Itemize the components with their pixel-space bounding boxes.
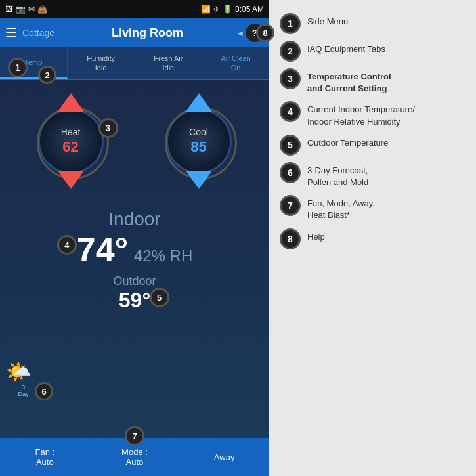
legend-badge-3: 3: [280, 68, 301, 89]
legend-item-6: 6 3-Day Forecast,Pollen and Mold: [280, 162, 465, 188]
badge-5: 5: [150, 288, 169, 307]
legend-text-4: Current Indoor Temperature/Indoor Relati…: [307, 101, 415, 127]
bag-icon: 👜: [37, 5, 47, 14]
battery-icon: 🔋: [223, 5, 232, 14]
badge-2: 2: [38, 66, 56, 84]
legend-item-1: 1 Side Menu: [280, 13, 465, 34]
wifi-icon: 📶: [201, 5, 211, 14]
forecast-button[interactable]: 6 🌤️ 3Day: [5, 359, 41, 395]
weather-icon: 🌤️: [5, 359, 41, 384]
badge-6: 6: [35, 382, 53, 400]
cool-dial: Cool 85: [166, 108, 232, 174]
heat-down-arrow[interactable]: [58, 171, 84, 189]
legend-badge-4: 4: [280, 101, 301, 122]
legend-item-2: 2 IAQ Equipment Tabs: [280, 41, 465, 62]
badge-7: 7: [125, 426, 144, 446]
room-title: Living Room: [57, 26, 238, 40]
legend-text-1: Side Menu: [307, 13, 348, 28]
legend-badge-8: 8: [280, 228, 301, 249]
status-bar-left-icons: 🖼 📷 ✉ 👜: [5, 5, 47, 14]
tab-fresh-air[interactable]: Fresh AirIdle: [135, 47, 203, 79]
legend-badge-2: 2: [280, 41, 301, 62]
heat-control: Heat 62 3: [38, 93, 104, 189]
legend-badge-5: 5: [280, 135, 301, 156]
legend-text-6: 3-Day Forecast,Pollen and Mold: [307, 162, 368, 188]
legend-item-3: 3 Temperature Controland Current Setting: [280, 68, 465, 95]
mode-label: Mode :: [121, 447, 148, 457]
status-bar-right-icons: 📶 ✈ 🔋 8:05 AM: [201, 5, 264, 14]
cottage-label: Cottage: [22, 28, 54, 38]
heat-up-arrow[interactable]: [58, 93, 84, 112]
clock: 8:05 AM: [235, 5, 264, 14]
legend-text-3: Temperature Controland Current Setting: [307, 68, 391, 95]
nav-bar: 1 ☰ Cottage Living Room ◀ ? 8: [0, 18, 269, 47]
indoor-humidity: 42% RH: [134, 247, 192, 265]
airplane-icon: ✈: [213, 5, 220, 14]
away-button[interactable]: Away: [198, 452, 251, 462]
badge-4: 4: [57, 235, 77, 255]
signal-icon: ◀: [238, 30, 243, 37]
outdoor-label: Outdoor: [113, 274, 156, 288]
outdoor-section: 5 Outdoor 59°: [113, 274, 156, 313]
legend-badge-6: 6: [280, 162, 301, 183]
legend-text-2: IAQ Equipment Tabs: [307, 41, 385, 55]
main-content: Heat 62 3 Cool 85 4 Ind: [0, 80, 269, 438]
legend-panel: 1 Side Menu 2 IAQ Equipment Tabs 3 Tempe…: [269, 0, 476, 476]
legend-item-8: 8 Help: [280, 228, 465, 249]
fan-control[interactable]: Fan : Auto: [18, 447, 71, 467]
iaq-tabs: 2 Temp HumidityIdle Fresh AirIdle Air Cl…: [0, 47, 269, 80]
legend-item-5: 5 Outdoor Temperature: [280, 135, 465, 156]
away-label: Away: [214, 452, 235, 462]
heat-dial-ring: [37, 107, 109, 179]
tab-air-clean[interactable]: Air CleanOn: [202, 47, 269, 79]
hamburger-menu-icon[interactable]: ☰: [5, 25, 17, 41]
cool-dial-ring: [165, 107, 237, 179]
cool-down-arrow[interactable]: [186, 171, 212, 189]
notification-icon: 🖼: [5, 5, 13, 14]
phone-screen: 🖼 📷 ✉ 👜 📶 ✈ 🔋 8:05 AM 1 ☰ Cottage Living…: [0, 0, 269, 476]
fan-value: Auto: [36, 457, 54, 467]
legend-item-7: 7 Fan, Mode, Away,Heat Blast*: [280, 195, 465, 221]
mode-value: Auto: [126, 457, 144, 467]
badge-8: 8: [256, 24, 274, 42]
legend-badge-7: 7: [280, 195, 301, 216]
fan-label: Fan :: [35, 447, 55, 457]
indoor-temp: 74°: [77, 230, 129, 269]
thermostat-row: Heat 62 3 Cool 85: [7, 93, 263, 189]
badge-1: 1: [8, 58, 28, 77]
legend-text-7: Fan, Mode, Away,Heat Blast*: [307, 195, 375, 221]
badge-3: 3: [98, 118, 118, 138]
indoor-label: Indoor: [77, 209, 192, 230]
cool-up-arrow[interactable]: [186, 93, 212, 112]
legend-text-5: Outdoor Temperature: [307, 135, 388, 149]
bottom-bar: 7 Fan : Auto Mode : Auto Away: [0, 438, 269, 476]
indoor-section: 4 Indoor 74° 42% RH: [77, 209, 192, 269]
legend-item-4: 4 Current Indoor Temperature/Indoor Rela…: [280, 101, 465, 127]
mail-icon: ✉: [28, 5, 35, 14]
tab-humidity[interactable]: HumidityIdle: [68, 47, 135, 79]
cool-control: Cool 85: [166, 93, 232, 189]
mode-control[interactable]: Mode : Auto: [108, 447, 161, 467]
status-bar: 🖼 📷 ✉ 👜 📶 ✈ 🔋 8:05 AM: [0, 0, 269, 18]
camera-icon: 📷: [16, 5, 26, 14]
legend-badge-1: 1: [280, 13, 301, 34]
heat-dial: Heat 62: [38, 108, 104, 174]
indoor-reading: 74° 42% RH: [77, 230, 192, 269]
legend-text-8: Help: [307, 228, 325, 243]
